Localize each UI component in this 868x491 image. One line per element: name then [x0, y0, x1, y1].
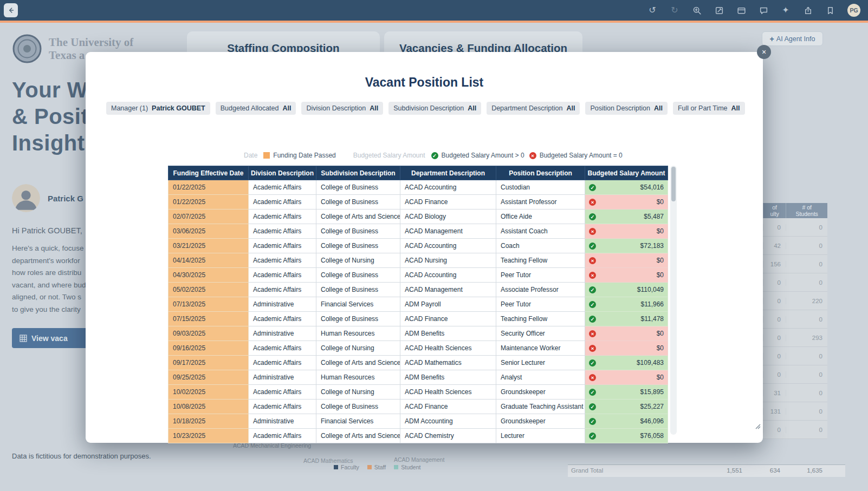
table-row[interactable]: 04/14/2025Academic AffairsCollege of Nur…	[169, 253, 668, 268]
check-icon: ✓	[589, 403, 596, 410]
student-count-cell: 0	[786, 353, 827, 359]
faculty-count-cell: 131	[763, 408, 786, 415]
filter-chip[interactable]: Manager (1)Patrick GOUBET	[106, 102, 210, 115]
column-header[interactable]: Department Description	[400, 166, 496, 180]
undo-icon[interactable]: ↺	[647, 5, 657, 15]
salary-amount: $25,227	[640, 403, 664, 410]
salary-amount: $0	[657, 271, 664, 279]
table-row[interactable]: 09/25/2025AdministrativeHuman ResourcesA…	[169, 370, 668, 385]
salary-cell: ✓$25,227	[585, 400, 668, 414]
filter-chip-value: All	[654, 104, 663, 112]
redo-icon[interactable]: ↻	[670, 5, 679, 15]
table-row[interactable]: 09/17/2025Academic AffairsCollege of Art…	[169, 356, 668, 370]
resize-handle[interactable]	[755, 423, 761, 430]
card-icon[interactable]	[736, 5, 746, 15]
student-count-cell: 293	[786, 335, 827, 341]
check-icon: ✓	[589, 213, 596, 220]
salary-amount: $15,895	[640, 388, 664, 396]
filter-chip-label: Full or Part Time	[678, 104, 728, 112]
filter-chip[interactable]: Department DescriptionAll	[487, 102, 580, 115]
edit-icon[interactable]	[714, 5, 724, 15]
table-row[interactable]: 05/02/2025Academic AffairsCollege of Bus…	[169, 283, 668, 297]
comment-icon[interactable]	[759, 5, 768, 15]
table-row[interactable]: 02/07/2025Academic AffairsCollege of Art…	[169, 210, 668, 224]
orange-swatch-icon	[263, 152, 270, 159]
department-cell: ACAD Nursing	[400, 253, 496, 268]
table-row[interactable]: 09/03/2025AdministrativeHuman ResourcesA…	[169, 326, 668, 341]
legend-funding-passed-label: Funding Date Passed	[273, 152, 335, 159]
filter-chip-label: Department Description	[491, 104, 562, 112]
division-cell: Academic Affairs	[249, 356, 316, 370]
table-row[interactable]: 01/22/2025Academic AffairsCollege of Bus…	[169, 195, 668, 210]
salary-amount: $5,487	[644, 213, 664, 220]
position-cell: Graduate Teaching Assistant	[496, 400, 585, 414]
filter-chip[interactable]: Subdivision DescriptionAll	[388, 102, 481, 115]
table-row[interactable]: 10/08/2025Academic AffairsCollege of Bus…	[169, 400, 668, 414]
user-avatar[interactable]: PG	[847, 4, 860, 17]
table-row[interactable]: 10/18/2025AdministrativeFinancial Servic…	[169, 414, 668, 429]
salary-amount: $109,483	[637, 359, 664, 366]
column-header[interactable]: Budgeted Salary Amount	[585, 166, 668, 180]
column-header[interactable]: Subdivision Description	[316, 166, 400, 180]
back-button[interactable]	[4, 3, 18, 17]
student-count-cell: 0	[786, 243, 827, 249]
filter-chip[interactable]: Full or Part TimeAll	[673, 102, 745, 115]
scrollbar-thumb[interactable]	[671, 167, 676, 201]
department-cell: ACAD Health Sciences	[400, 341, 496, 356]
salary-cell-content: ✓$54,016	[589, 184, 664, 191]
close-button[interactable]: ×	[757, 45, 771, 59]
salary-cell-content: ×$0	[589, 271, 664, 279]
division-cell: Academic Affairs	[249, 429, 316, 443]
table-row[interactable]: 07/13/2025AdministrativeFinancial Servic…	[169, 297, 668, 312]
zoom-in-icon[interactable]	[692, 5, 702, 15]
column-header[interactable]: Position Description	[496, 166, 585, 180]
position-cell: Security Officer	[496, 326, 585, 341]
salary-cell-content: ×$0	[589, 330, 664, 337]
column-header[interactable]: Funding Effective Date	[169, 166, 249, 180]
status-legend: Date Funding Date Passed Budgeted Salary…	[244, 152, 623, 159]
salary-amount: $0	[657, 330, 664, 337]
salary-cell-content: ✓$11,966	[589, 300, 664, 308]
table-row[interactable]: 07/15/2025Academic AffairsCollege of Bus…	[169, 312, 668, 326]
department-cell: ACAD Health Sciences	[400, 385, 496, 400]
department-cell: ACAD Management	[400, 283, 496, 297]
filter-chip[interactable]: Division DescriptionAll	[301, 102, 383, 115]
filter-chip[interactable]: Budgeted AllocatedAll	[216, 102, 296, 115]
student-count-cell: 0	[786, 261, 827, 267]
table-row[interactable]: 04/30/2025Academic AffairsCollege of Bus…	[169, 268, 668, 283]
table-row[interactable]: 03/21/2025Academic AffairsCollege of Bus…	[169, 239, 668, 253]
export-icon[interactable]	[803, 5, 813, 15]
salary-amount: $0	[657, 344, 664, 352]
cross-icon: ×	[589, 374, 596, 381]
grand-total-value: 634	[737, 467, 780, 474]
grand-total-row: Grand Total 1,551 634 1,635	[568, 464, 845, 477]
table-scrollbar[interactable]	[670, 166, 677, 435]
salary-cell: ×$0	[585, 326, 668, 341]
chart-legend-label: Staff	[374, 464, 386, 470]
department-cell: ACAD Finance	[400, 312, 496, 326]
bookmark-icon[interactable]	[825, 5, 835, 15]
table-row[interactable]: 01/22/2025Academic AffairsCollege of Bus…	[169, 180, 668, 195]
department-cell: ACAD Management	[400, 224, 496, 239]
manager-profile: Patrick G	[12, 184, 83, 212]
table-row[interactable]: 03/06/2025Academic AffairsCollege of Bus…	[169, 224, 668, 239]
check-icon: ✓	[589, 359, 596, 366]
subdivision-cell: Human Resources	[316, 326, 400, 341]
paragraph-line: to give you the clarity	[12, 304, 86, 316]
sparkle-icon[interactable]: ✦	[781, 5, 791, 15]
column-header-faculty: of ulty	[763, 203, 786, 218]
salary-cell-content: ×$0	[589, 198, 664, 206]
app: ↺↻✦ PG The University of Texas a Staffin…	[0, 0, 868, 491]
position-cell: Office Aide	[496, 210, 585, 224]
check-icon: ✓	[589, 243, 596, 250]
column-header[interactable]: Division Description	[249, 166, 316, 180]
student-count-cell: 0	[786, 224, 827, 231]
summary-table-row: 310	[763, 384, 827, 402]
faculty-count-cell: 42	[763, 243, 786, 249]
table-row[interactable]: 09/16/2025Academic AffairsCollege of Nur…	[169, 341, 668, 356]
ai-agent-info-button[interactable]: + AI Agent Info	[762, 31, 823, 46]
table-row[interactable]: 10/02/2025Academic AffairsCollege of Nur…	[169, 385, 668, 400]
table-row[interactable]: 10/23/2025Academic AffairsCollege of Art…	[169, 429, 668, 443]
back-arrow-icon	[7, 6, 15, 14]
filter-chip[interactable]: Position DescriptionAll	[585, 102, 667, 115]
